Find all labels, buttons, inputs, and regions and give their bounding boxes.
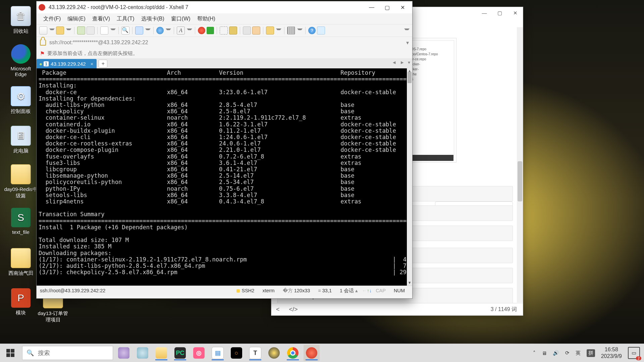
layout-icon[interactable] xyxy=(287,26,295,35)
desktop-icon[interactable]: 🖥此电脑 xyxy=(4,126,38,154)
xshell-hint-bar: ⚑ 要添加当前会话，点击左侧的箭头按钮。 xyxy=(37,48,412,58)
xshell-session-tab[interactable]: ● 1 43.139.229.242 × xyxy=(37,59,97,68)
desktop-icon-label: 此电脑 xyxy=(4,148,38,154)
xshell-toolbar[interactable]: 🔍 A ? xyxy=(37,24,412,37)
windows-taskbar[interactable]: 🔍 搜索 PC ◎ ▤ ○ T ˄ 🖥 🔊 ⟳ 英 拼 16:58 2023/9… xyxy=(0,344,644,362)
taskbar-pink-app[interactable]: ◎ xyxy=(191,345,207,361)
bg-nav-back-icon[interactable]: < xyxy=(271,306,284,313)
dropdown-icon[interactable] xyxy=(110,28,116,33)
bg-word-count: 3 / 1149 词 xyxy=(491,306,517,313)
tab-list-icon[interactable]: ▾ xyxy=(408,60,410,65)
lock-icon[interactable] xyxy=(229,26,237,35)
bg-minimize-button[interactable]: ― xyxy=(477,8,492,18)
xshell-minimize-button[interactable]: ― xyxy=(364,2,379,12)
xshell-close-button[interactable]: ✕ xyxy=(395,2,410,12)
xshell-titlebar[interactable]: 43.139.229.242 - root@VM-0-12-centos:/op… xyxy=(37,1,412,13)
taskbar-file-explorer[interactable] xyxy=(153,345,169,361)
desktop-icon[interactable]: Stext_file xyxy=(4,208,38,235)
desktop-icon-label: 模块 xyxy=(4,310,38,316)
tray-ime-indicator[interactable]: 拼 xyxy=(587,349,595,357)
xshell-address-text[interactable]: ssh://root:************@43.139.229.242:2… xyxy=(49,40,148,46)
tray-monitor-icon[interactable]: 🖥 xyxy=(542,350,547,356)
xshell-address-bar[interactable]: ssh://root:************@43.139.229.242:2… xyxy=(37,37,412,48)
desktop-icon[interactable]: ⚙控制面板 xyxy=(4,86,38,115)
taskbar-everything[interactable]: ○ xyxy=(228,345,245,361)
taskbar-tray[interactable]: ˄ 🖥 🔊 ⟳ 英 拼 16:58 2023/9/9 ▭ 2 xyxy=(529,346,644,360)
tray-chevron-up-icon[interactable]: ˄ xyxy=(533,350,536,356)
new-tab-button[interactable]: + xyxy=(99,60,107,68)
menu-item[interactable]: 帮助(H) xyxy=(194,14,219,24)
search-icon[interactable]: 🔍 xyxy=(121,26,129,35)
bg-nav-code-icon[interactable]: </> xyxy=(284,306,303,313)
tool-icon[interactable] xyxy=(243,26,251,35)
taskbar-typora[interactable]: T xyxy=(247,345,263,361)
play-icon[interactable] xyxy=(207,27,214,34)
xshell-window[interactable]: 43.139.229.242 - root@VM-0-12-centos:/op… xyxy=(36,1,413,299)
copy-icon[interactable] xyxy=(100,26,108,35)
tabs-icon[interactable] xyxy=(266,26,274,35)
unlink-icon[interactable] xyxy=(87,26,95,35)
tray-volume-icon[interactable]: 🔊 xyxy=(553,350,559,356)
desktop-icon[interactable]: 🗑回收站 xyxy=(4,6,38,35)
menu-item[interactable]: 工具(T) xyxy=(113,14,138,24)
dropdown-icon[interactable] xyxy=(276,28,281,33)
dropdown-icon[interactable] xyxy=(145,28,151,33)
xshell-menubar[interactable]: 文件(F)编辑(E)查看(V)工具(T)选项卡(B)窗口(W)帮助(H) xyxy=(37,13,412,24)
terminal-scrollbar[interactable]: ▲ ▼ xyxy=(407,68,412,286)
menu-item[interactable]: 查看(V) xyxy=(89,14,113,24)
taskbar-jellyfish2-icon[interactable] xyxy=(135,345,151,361)
desktop-icon[interactable]: Microsoft Edge xyxy=(4,44,38,77)
taskbar-qq[interactable] xyxy=(266,345,282,361)
desktop-icon[interactable]: P模块 xyxy=(4,288,38,316)
menu-item[interactable]: 文件(F) xyxy=(40,14,64,24)
tab-close-icon[interactable]: × xyxy=(91,61,94,67)
xshell-hint-text: 要添加当前会话，点击左侧的箭头按钮。 xyxy=(47,50,138,57)
paste-icon[interactable] xyxy=(135,26,143,35)
new-session-icon[interactable] xyxy=(39,26,47,35)
xshell-maximize-button[interactable]: ▢ xyxy=(379,2,395,12)
highlight-icon[interactable] xyxy=(252,26,260,35)
menu-item[interactable]: 编辑(E) xyxy=(64,14,89,24)
toolbar-overflow-icon[interactable] xyxy=(404,28,410,33)
tab-scroll-left-icon[interactable]: ◄ xyxy=(392,60,396,65)
taskbar-chrome[interactable] xyxy=(285,345,301,361)
status-protocol: SSH2 xyxy=(232,288,259,293)
fullscreen-icon[interactable] xyxy=(220,26,228,35)
connected-dot-icon: ● xyxy=(39,61,42,67)
terminal-output[interactable]: Package Arch Version Repository Size ===… xyxy=(37,68,412,286)
taskbar-search[interactable]: 🔍 搜索 xyxy=(22,346,113,360)
record-icon[interactable] xyxy=(198,27,205,34)
bg-maximize-button[interactable]: ▢ xyxy=(492,8,507,18)
taskbar-notifications[interactable]: ▭ 2 xyxy=(628,347,640,359)
help-icon[interactable]: ? xyxy=(308,27,316,34)
desktop-icon[interactable]: 西南油气田 xyxy=(4,248,38,277)
bg-close-button[interactable]: ✕ xyxy=(507,8,523,18)
dropdown-icon[interactable] xyxy=(49,28,55,33)
taskbar-pycharm[interactable]: PC xyxy=(172,345,188,361)
xshell-tab-bar[interactable]: ● 1 43.139.229.242 × + ◄ ► ▾ xyxy=(37,58,412,68)
tab-scroll-right-icon[interactable]: ► xyxy=(400,60,405,65)
scrollbar-thumb[interactable] xyxy=(408,72,412,83)
desktop-icon[interactable]: day09-Redis中级篇 xyxy=(4,164,38,199)
tray-sync-icon[interactable]: ⟳ xyxy=(565,350,570,356)
dropdown-icon[interactable] xyxy=(297,28,303,33)
link-icon[interactable] xyxy=(77,26,85,35)
taskbar-xshell[interactable] xyxy=(304,345,320,361)
menu-item[interactable]: 选项卡(B) xyxy=(138,14,168,24)
dropdown-icon[interactable] xyxy=(66,28,71,33)
taskbar-clock[interactable]: 16:58 2023/9/9 xyxy=(601,346,622,360)
tray-ime-mode[interactable]: 英 xyxy=(576,350,581,356)
start-button[interactable] xyxy=(0,344,21,362)
globe-icon[interactable] xyxy=(156,27,164,34)
scrollbar-down-icon[interactable]: ▼ xyxy=(407,280,412,286)
font-icon[interactable]: A xyxy=(177,26,185,35)
menu-item[interactable]: 窗口(W) xyxy=(168,14,194,24)
dropdown-icon[interactable] xyxy=(187,28,192,33)
taskbar-jellyfish-icon[interactable] xyxy=(116,345,132,361)
address-dropdown-icon[interactable]: ▾ xyxy=(406,40,409,46)
dropdown-icon[interactable] xyxy=(166,28,171,33)
taskbar-notepad[interactable]: ▤ xyxy=(210,345,226,361)
chat-icon[interactable] xyxy=(317,26,325,35)
open-folder-icon[interactable] xyxy=(56,26,64,35)
bg-scrollbar[interactable] xyxy=(517,27,523,303)
